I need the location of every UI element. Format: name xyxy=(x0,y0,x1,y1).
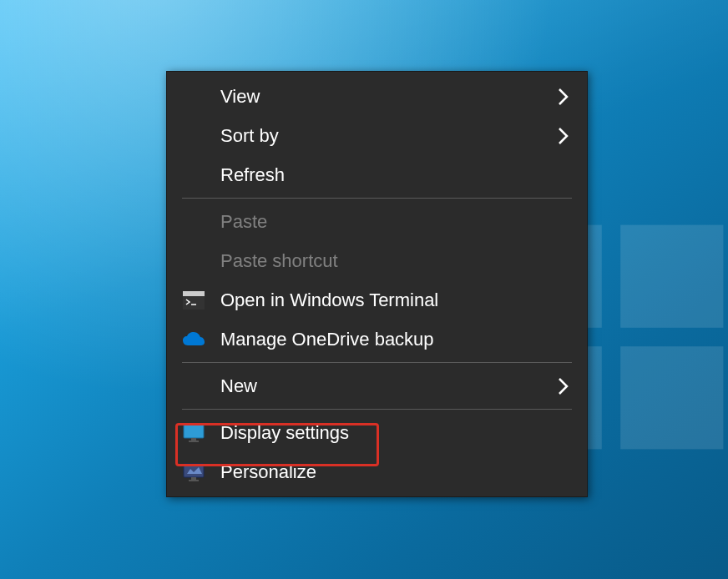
menu-label: Paste xyxy=(220,211,572,233)
svg-rect-11 xyxy=(191,477,196,480)
menu-label: Sort by xyxy=(220,125,555,147)
menu-label: Open in Windows Terminal xyxy=(220,290,572,311)
svg-rect-12 xyxy=(189,480,199,481)
chevron-right-icon xyxy=(555,88,572,106)
menu-label: New xyxy=(220,375,555,397)
menu-label: Paste shortcut xyxy=(220,250,572,272)
desktop-background[interactable]: View Sort by Refresh Paste Paste shortcu… xyxy=(0,0,728,579)
desktop-context-menu: View Sort by Refresh Paste Paste shortcu… xyxy=(166,71,588,497)
menu-item-view[interactable]: View xyxy=(167,77,587,116)
svg-rect-8 xyxy=(191,438,196,441)
menu-item-personalize[interactable]: Personalize xyxy=(167,452,587,491)
svg-rect-10 xyxy=(184,464,204,477)
menu-item-windows-terminal[interactable]: Open in Windows Terminal xyxy=(167,280,587,320)
menu-label: View xyxy=(220,86,555,108)
menu-item-sort-by[interactable]: Sort by xyxy=(167,116,587,155)
chevron-right-icon xyxy=(555,377,572,395)
display-icon xyxy=(182,421,205,445)
menu-separator xyxy=(182,362,572,363)
svg-rect-7 xyxy=(184,425,204,438)
menu-label: Display settings xyxy=(220,422,572,444)
svg-rect-3 xyxy=(620,346,723,449)
menu-item-paste: Paste xyxy=(167,202,587,241)
menu-label: Manage OneDrive backup xyxy=(220,329,572,350)
menu-item-new[interactable]: New xyxy=(167,366,587,405)
menu-item-paste-shortcut: Paste shortcut xyxy=(167,241,587,280)
personalize-icon xyxy=(182,461,205,484)
svg-rect-5 xyxy=(183,291,205,296)
menu-item-display-settings[interactable]: Display settings xyxy=(167,413,587,452)
chevron-right-icon xyxy=(555,127,572,145)
svg-rect-9 xyxy=(189,441,199,442)
menu-separator xyxy=(182,198,572,199)
onedrive-icon xyxy=(182,328,205,351)
menu-label: Personalize xyxy=(220,461,572,483)
menu-item-onedrive-backup[interactable]: Manage OneDrive backup xyxy=(167,320,587,359)
menu-label: Refresh xyxy=(220,164,572,186)
menu-item-refresh[interactable]: Refresh xyxy=(167,155,587,194)
menu-separator xyxy=(182,409,572,410)
terminal-icon xyxy=(182,289,205,312)
svg-rect-1 xyxy=(620,225,723,328)
